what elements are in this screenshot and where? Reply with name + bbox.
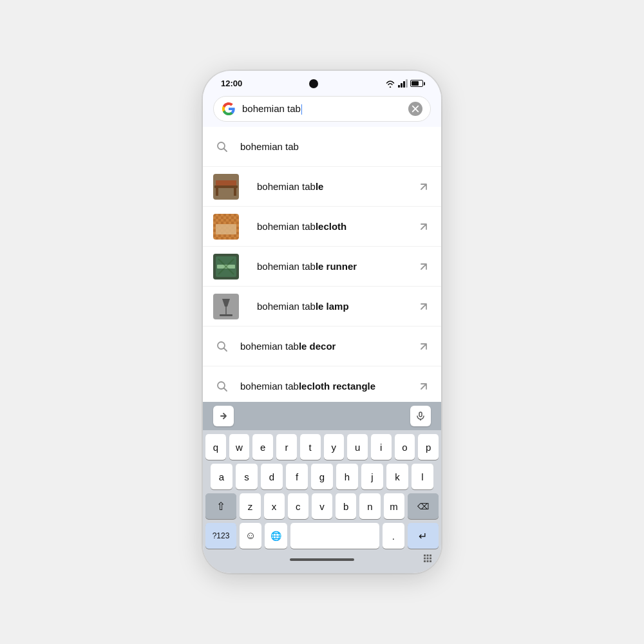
suggestion-text: bohemian table runner: [257, 261, 417, 272]
svg-rect-22: [225, 307, 227, 314]
suggestion-item[interactable]: bohemian table lamp: [203, 287, 441, 327]
key-i[interactable]: i: [371, 434, 392, 460]
svg-rect-6: [216, 188, 218, 196]
key-e[interactable]: e: [252, 434, 273, 460]
svg-rect-13: [216, 224, 236, 234]
suggestions-list: bohemian tab bohemian table: [203, 127, 441, 402]
key-p[interactable]: p: [418, 434, 439, 460]
suggestion-item[interactable]: bohemian table: [203, 167, 441, 207]
key-k[interactable]: k: [386, 464, 408, 489]
arrow-fill-icon: [417, 260, 431, 274]
key-v[interactable]: v: [312, 493, 332, 519]
key-t[interactable]: t: [300, 434, 321, 460]
suggestion-thumbnail: [213, 174, 239, 200]
period-key[interactable]: .: [383, 523, 404, 549]
search-icon: [213, 377, 231, 395]
key-h[interactable]: h: [336, 464, 358, 489]
emoji-key[interactable]: ☺: [240, 523, 261, 549]
arrow-fill-icon: [417, 379, 431, 393]
enter-key[interactable]: ↵: [408, 523, 439, 549]
suggestion-item[interactable]: bohemian table decor: [203, 327, 441, 366]
key-m[interactable]: m: [384, 493, 404, 519]
search-bar[interactable]: bohemian tab: [213, 96, 431, 122]
svg-rect-8: [216, 180, 236, 185]
suggestion-thumbnail: [213, 254, 239, 279]
phone-shell: 12:00: [203, 71, 441, 573]
svg-rect-34: [424, 554, 426, 556]
keyboard: q w e r t y u i o p a s d f g h j k: [203, 402, 441, 573]
key-q[interactable]: q: [205, 434, 226, 460]
key-o[interactable]: o: [395, 434, 415, 460]
search-icon: [213, 337, 231, 355]
suggestion-prefix: bohemian tab: [240, 141, 299, 152]
svg-rect-7: [234, 188, 236, 196]
key-r[interactable]: r: [276, 434, 297, 460]
key-c[interactable]: c: [288, 493, 308, 519]
search-bar-wrap: bohemian tab: [203, 91, 441, 127]
status-bar: 12:00: [203, 71, 441, 91]
suggestion-item[interactable]: bohemian tablecloth rectangle: [203, 366, 441, 402]
svg-rect-39: [430, 558, 431, 560]
svg-rect-38: [427, 558, 429, 560]
signal-icon: [398, 79, 408, 88]
shift-key[interactable]: ⇧: [205, 493, 236, 519]
close-icon: [412, 105, 419, 113]
keyboard-row-2: a s d f g h j k l: [205, 464, 439, 489]
clear-button[interactable]: [408, 102, 422, 116]
key-u[interactable]: u: [347, 434, 368, 460]
suggestion-item[interactable]: bohemian tablecloth: [203, 207, 441, 247]
backspace-key[interactable]: ⌫: [408, 493, 439, 519]
suggestion-item[interactable]: bohemian tab: [203, 127, 441, 167]
arrow-fill-icon: [417, 180, 431, 194]
key-y[interactable]: y: [324, 434, 345, 460]
key-s[interactable]: s: [236, 464, 258, 489]
key-j[interactable]: j: [361, 464, 383, 489]
suggestion-thumbnail: [213, 294, 239, 319]
svg-rect-37: [424, 558, 426, 560]
keyboard-row-4: ?123 ☺ 🌐 . ↵: [205, 523, 439, 549]
key-a[interactable]: a: [211, 464, 232, 489]
svg-rect-32: [419, 412, 422, 417]
cursor: [301, 104, 303, 115]
svg-rect-40: [424, 560, 426, 562]
suggestion-thumbnail: [213, 214, 239, 240]
key-f[interactable]: f: [286, 464, 308, 489]
bottom-bar: [203, 551, 441, 571]
status-time: 12:00: [221, 79, 242, 88]
home-indicator: [290, 558, 354, 561]
microphone-button[interactable]: [410, 406, 431, 426]
svg-line-3: [224, 148, 227, 151]
search-icon: [213, 138, 231, 156]
keyboard-rows: q w e r t y u i o p a s d f g h j k: [203, 430, 441, 551]
keyboard-expand-button[interactable]: [213, 406, 234, 426]
num-key[interactable]: ?123: [205, 523, 236, 549]
svg-rect-41: [427, 560, 429, 562]
space-key[interactable]: [290, 523, 379, 549]
suggestion-item[interactable]: bohemian table runner: [203, 247, 441, 287]
svg-rect-5: [214, 185, 238, 188]
svg-line-25: [224, 348, 227, 351]
svg-rect-36: [430, 554, 431, 556]
suggestion-text: bohemian tablecloth: [257, 221, 417, 232]
camera-hole: [309, 79, 318, 88]
wifi-icon: [385, 80, 395, 88]
key-l[interactable]: l: [412, 464, 433, 489]
key-x[interactable]: x: [264, 493, 285, 519]
suggestion-text: bohemian table lamp: [257, 301, 417, 312]
key-g[interactable]: g: [311, 464, 333, 489]
arrow-fill-icon: [417, 299, 431, 314]
globe-key[interactable]: 🌐: [265, 523, 287, 549]
search-input[interactable]: bohemian tab: [242, 103, 402, 115]
suggestion-text: bohemian tablecloth rectangle: [240, 381, 417, 392]
key-b[interactable]: b: [336, 493, 356, 519]
svg-rect-42: [430, 560, 431, 562]
svg-line-27: [224, 388, 227, 391]
key-w[interactable]: w: [229, 434, 250, 460]
key-n[interactable]: n: [359, 493, 380, 519]
keyboard-grid-icon: [423, 554, 432, 565]
key-z[interactable]: z: [240, 493, 260, 519]
suggestion-text: bohemian tab: [240, 141, 431, 152]
keyboard-row-3: ⇧ z x c v b n m ⌫: [205, 493, 439, 519]
key-d[interactable]: d: [261, 464, 283, 489]
suggestion-text: bohemian table: [257, 181, 417, 192]
